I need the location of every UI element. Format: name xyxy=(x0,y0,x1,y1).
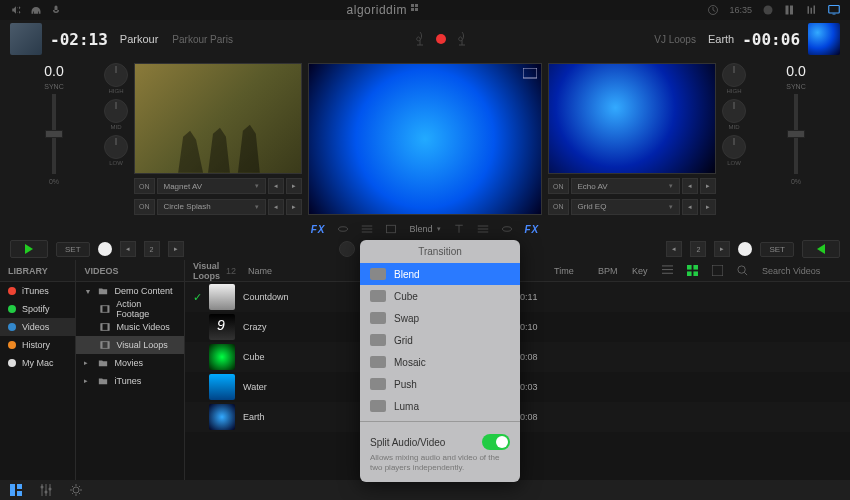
deck-b-cue-num[interactable]: 2 xyxy=(690,241,706,257)
deck-b-high-knob[interactable] xyxy=(722,63,746,87)
deck-a-fx-label[interactable]: FX xyxy=(311,224,326,235)
deck-b-cue-next[interactable]: ▸ xyxy=(714,241,730,257)
brightness-icon[interactable] xyxy=(70,484,82,496)
columns-icon[interactable] xyxy=(784,4,796,16)
deck-a-cue-num[interactable]: 2 xyxy=(144,241,160,257)
deck-a-sync-label[interactable]: SYNC xyxy=(44,83,63,90)
fullscreen-icon[interactable] xyxy=(523,68,537,80)
text-icon[interactable] xyxy=(453,223,465,235)
mic-icon[interactable] xyxy=(50,4,62,16)
tree-item-movies[interactable]: ▸Movies xyxy=(76,354,184,372)
disclosure-icon[interactable]: ▸ xyxy=(84,377,92,385)
deck-b-tempo-fader[interactable] xyxy=(794,94,798,174)
deck-a-play-button[interactable] xyxy=(10,240,48,258)
cut-a-icon[interactable] xyxy=(361,223,373,235)
deck-b-fx1-prev[interactable]: ◂ xyxy=(682,178,698,194)
deck-a-artwork[interactable] xyxy=(10,23,42,55)
loop-a-icon[interactable] xyxy=(337,223,349,235)
deck-b-cue-dot[interactable] xyxy=(738,242,752,256)
transition-option-luma[interactable]: Luma xyxy=(360,395,520,417)
deck-a-bpm[interactable]: 0.0 xyxy=(44,63,63,79)
headphones-icon[interactable] xyxy=(30,4,42,16)
tree-item-action-footage[interactable]: Action Footage xyxy=(76,300,184,318)
deck-b-artwork[interactable] xyxy=(808,23,840,55)
disclosure-icon[interactable]: ▸ xyxy=(84,359,92,367)
deck-a-fx1-on[interactable]: ON xyxy=(134,178,155,194)
panel-layout-icon[interactable] xyxy=(10,484,22,496)
deck-b-set-button[interactable]: SET xyxy=(760,242,794,257)
deck-b-play-button[interactable] xyxy=(802,240,840,258)
deck-a-fx2-on[interactable]: ON xyxy=(134,199,155,215)
volume-icon[interactable] xyxy=(10,4,22,16)
record-status-icon[interactable] xyxy=(762,4,774,16)
col-key[interactable]: Key xyxy=(632,266,662,276)
library-item-history[interactable]: History xyxy=(0,336,75,354)
deck-b-fx2-prev[interactable]: ◂ xyxy=(682,199,698,215)
deck-b-fx2-on[interactable]: ON xyxy=(548,199,569,215)
library-item-itunes[interactable]: iTunes xyxy=(0,282,75,300)
deck-a-tempo-fader[interactable] xyxy=(52,94,56,174)
bars-icon[interactable] xyxy=(806,4,818,16)
transition-dropdown[interactable]: Blend xyxy=(409,224,440,234)
tree-item-visual-loops[interactable]: Visual Loops xyxy=(76,336,184,354)
deck-a-fx2-prev[interactable]: ◂ xyxy=(268,199,284,215)
transition-option-swap[interactable]: Swap xyxy=(360,307,520,329)
tree-item-demo-content[interactable]: ▼Demo Content xyxy=(76,282,184,300)
split-av-toggle[interactable] xyxy=(482,434,510,450)
deck-b-fx1-on[interactable]: ON xyxy=(548,178,569,194)
library-item-my-mac[interactable]: My Mac xyxy=(0,354,75,372)
deck-b-pct: 0% xyxy=(791,178,801,185)
deck-b-sync-label[interactable]: SYNC xyxy=(786,83,805,90)
transition-option-grid[interactable]: Grid xyxy=(360,329,520,351)
deck-b-cue-prev[interactable]: ◂ xyxy=(666,241,682,257)
deck-a-low-knob[interactable] xyxy=(104,135,128,159)
search-input[interactable] xyxy=(762,266,842,276)
transition-option-blend[interactable]: Blend xyxy=(360,263,520,285)
deck-a-cue-prev[interactable]: ◂ xyxy=(120,241,136,257)
deck-b-mid-knob[interactable] xyxy=(722,99,746,123)
deck-a-fx1-prev[interactable]: ◂ xyxy=(268,178,284,194)
tree-item-music-videos[interactable]: Music Videos xyxy=(76,318,184,336)
large-view-icon[interactable] xyxy=(712,265,723,276)
library-item-spotify[interactable]: Spotify xyxy=(0,300,75,318)
col-time[interactable]: Time xyxy=(554,266,598,276)
col-bpm[interactable]: BPM xyxy=(598,266,632,276)
deck-a-cue-dot[interactable] xyxy=(98,242,112,256)
cut-b-icon[interactable] xyxy=(477,223,489,235)
deck-b-fx2-next[interactable]: ▸ xyxy=(700,199,716,215)
deck-a-fx1-next[interactable]: ▸ xyxy=(286,178,302,194)
deck-b-fx1-next[interactable]: ▸ xyxy=(700,178,716,194)
grid-view-icon[interactable] xyxy=(687,265,698,276)
deck-a-fx1-select[interactable]: Magnet AV xyxy=(157,178,267,194)
tree-item-itunes[interactable]: ▸iTunes xyxy=(76,372,184,390)
transition-option-mosaic[interactable]: Mosaic xyxy=(360,351,520,373)
deck-a-cue-next[interactable]: ▸ xyxy=(168,241,184,257)
image-a-icon[interactable] xyxy=(385,223,397,235)
list-view-icon[interactable] xyxy=(662,265,673,276)
deck-a-fx2-select[interactable]: Circle Splash xyxy=(157,199,267,215)
deck-a-set-button[interactable]: SET xyxy=(56,242,90,257)
deck-a-video-pane: ON Magnet AV ◂ ▸ ON Circle Splash ◂ ▸ xyxy=(134,63,302,215)
loop-b-icon[interactable] xyxy=(501,223,513,235)
deck-a-video[interactable] xyxy=(134,63,302,174)
display-icon[interactable] xyxy=(828,4,840,16)
deck-a-mid-knob[interactable] xyxy=(104,99,128,123)
deck-b-video[interactable] xyxy=(548,63,716,174)
sliders-icon[interactable] xyxy=(40,484,52,496)
deck-b-low-knob[interactable] xyxy=(722,135,746,159)
transition-option-push[interactable]: Push xyxy=(360,373,520,395)
master-video-output[interactable] xyxy=(308,63,542,215)
deck-b-fx2-select[interactable]: Grid EQ xyxy=(571,199,681,215)
library-item-videos[interactable]: Videos xyxy=(0,318,75,336)
transition-option-cube[interactable]: Cube xyxy=(360,285,520,307)
deck-a-high-knob[interactable] xyxy=(104,63,128,87)
svg-point-33 xyxy=(41,486,44,489)
deck-b-fx-label[interactable]: FX xyxy=(525,224,540,235)
deck-b-bpm[interactable]: 0.0 xyxy=(786,63,805,79)
deck-a-fx2-next[interactable]: ▸ xyxy=(286,199,302,215)
deck-a-filter-knob[interactable] xyxy=(339,241,355,257)
record-button[interactable] xyxy=(436,34,446,44)
disclosure-icon[interactable]: ▼ xyxy=(84,288,92,295)
deck-b-fx1-select[interactable]: Echo AV xyxy=(571,178,681,194)
svg-rect-7 xyxy=(790,6,793,15)
